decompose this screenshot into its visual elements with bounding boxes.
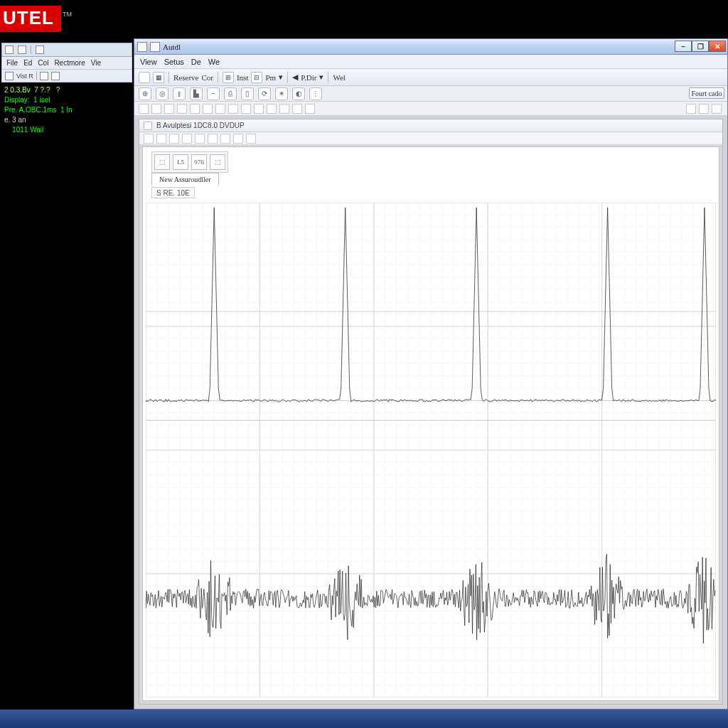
tool-icon[interactable]	[241, 104, 251, 114]
tool-icon[interactable]	[164, 104, 174, 114]
scope-tab[interactable]: New Assuroudller	[151, 173, 219, 186]
tool-icon[interactable]	[51, 72, 60, 80]
menu-item[interactable]: Ed	[23, 59, 32, 67]
menu-item[interactable]: Col	[38, 59, 48, 67]
tool-icon[interactable]	[156, 134, 166, 144]
toolbar-icon[interactable]: ⊕	[139, 87, 151, 100]
print-icon[interactable]: ⎙	[224, 87, 237, 100]
toolbar-icons: ⊕ ◎ ⫿ ▙ − ⎙ ▯ ⟳ ✶ ◐ ⋮ Fourt cado	[134, 86, 727, 102]
tool-icon[interactable]	[139, 72, 150, 83]
refresh-icon[interactable]: ⟳	[258, 87, 271, 100]
tool-icon[interactable]	[18, 46, 26, 54]
tool-icon[interactable]	[177, 104, 187, 114]
menu-item[interactable]: Setus	[164, 58, 184, 66]
toolbar-label[interactable]: P.Dir	[301, 73, 316, 82]
menu-item[interactable]: Rectmore	[54, 59, 85, 67]
page-icon[interactable]: ▯	[241, 87, 254, 100]
tool-icon[interactable]	[233, 134, 243, 144]
brand-text: UTEL	[0, 6, 61, 32]
tool-icon[interactable]	[5, 72, 14, 80]
readout-box[interactable]: ⬚	[210, 154, 225, 170]
toolbar-icon[interactable]: ✶	[275, 87, 288, 100]
scope-readout: S RE. 10E	[151, 187, 195, 198]
toolbar-small	[134, 102, 727, 116]
tool-icon[interactable]	[686, 104, 696, 114]
tool-icon[interactable]	[246, 134, 256, 144]
menu-item[interactable]: Vie	[91, 59, 101, 67]
close-button[interactable]: ✕	[709, 41, 726, 52]
toolbar-label[interactable]: Inst	[237, 73, 249, 82]
toolbar-label[interactable]: Reserve	[173, 73, 198, 82]
tool-icon[interactable]	[220, 134, 230, 144]
tool-icon[interactable]	[267, 104, 277, 114]
maximize-button[interactable]: ❐	[692, 41, 709, 52]
tool-icon[interactable]	[36, 46, 44, 54]
menu-item[interactable]: De	[191, 58, 201, 66]
tool-icon[interactable]: ⊟	[251, 72, 262, 83]
tool-icon[interactable]	[169, 134, 179, 144]
menu-item[interactable]: File	[6, 59, 18, 67]
tool-icon[interactable]	[40, 72, 48, 80]
toolbar-icon[interactable]: ◎	[156, 87, 168, 100]
readout-box[interactable]: ⬚	[154, 154, 170, 170]
tool-icon[interactable]	[139, 104, 149, 114]
tool-icon[interactable]	[5, 46, 14, 54]
toolbar-label: Vist R	[16, 73, 33, 80]
readout-value: S RE. 10E	[156, 189, 190, 197]
toolbar-main: ▦ Reserve Cor ⊞ Inst ⊟ Pm ▾ ◀ P.Dir ▾ We…	[134, 69, 727, 86]
toolbar-icon[interactable]: −	[207, 87, 220, 100]
tool-icon[interactable]	[228, 104, 238, 114]
oscilloscope-plot[interactable]	[146, 203, 716, 697]
titlebar[interactable]: Autdl – ❐ ✕	[134, 39, 727, 55]
tool-icon[interactable]	[305, 104, 315, 114]
app-icon[interactable]	[137, 42, 147, 52]
toolbar-label[interactable]: Pm	[265, 73, 276, 82]
tool-icon[interactable]	[254, 104, 264, 114]
ruler-icon[interactable]: ⫿	[173, 87, 186, 100]
console-line: 2 0.3.Bv 7 ?.? ?	[4, 85, 129, 95]
options-button[interactable]: Fourt cado	[689, 87, 724, 99]
tool-icon[interactable]	[182, 134, 192, 144]
tool-icon[interactable]: ⊞	[223, 72, 234, 83]
tool-icon[interactable]	[151, 104, 161, 114]
main-window: Autdl – ❐ ✕ View Setus De We ▦ Reserve C…	[134, 38, 728, 710]
toolbar-icon[interactable]: ◐	[292, 87, 305, 100]
tool-icon[interactable]	[195, 134, 205, 144]
brand-tm: TM	[63, 11, 72, 18]
scope-tabs: New Assuroudller	[151, 173, 219, 186]
menu-item[interactable]: View	[140, 58, 157, 66]
menu-item[interactable]: We	[208, 58, 220, 66]
separator	[287, 72, 288, 83]
tool-icon[interactable]	[190, 104, 200, 114]
tool-icon[interactable]	[699, 104, 709, 114]
doc-icon[interactable]	[144, 122, 152, 130]
taskbar[interactable]	[0, 710, 728, 728]
minimize-button[interactable]: –	[675, 41, 692, 52]
console-line: e. 3 an	[4, 115, 129, 125]
toolbar-label[interactable]: Wel	[333, 73, 345, 82]
doc-toolstrip	[139, 132, 722, 145]
readout-box[interactable]: 976	[191, 154, 207, 170]
tool-icon[interactable]	[203, 104, 213, 114]
toolbar-label[interactable]: Cor	[201, 73, 213, 82]
tool-icon[interactable]	[292, 104, 302, 114]
tool-icon[interactable]	[208, 134, 218, 144]
separator	[31, 46, 31, 54]
tool-icon[interactable]	[144, 134, 154, 144]
separator	[328, 72, 328, 83]
toolbar-icon[interactable]: ⋮	[309, 87, 322, 100]
tool-icon[interactable]	[712, 104, 722, 114]
dropdown-arrow-icon[interactable]: ▾	[319, 73, 323, 82]
left-menu: File Ed Col Rectmore Vie	[1, 57, 132, 70]
tool-icon[interactable]: ▦	[153, 72, 164, 83]
readout-box[interactable]: L5	[173, 154, 188, 170]
app-icon[interactable]	[150, 42, 160, 52]
dropdown-arrow-icon[interactable]: ▾	[279, 73, 283, 82]
tool-icon[interactable]	[215, 104, 225, 114]
scope-readout-boxes: ⬚ L5 976 ⬚	[151, 151, 228, 173]
tool-icon[interactable]	[279, 104, 289, 114]
separator	[36, 72, 37, 80]
toolbar-label[interactable]: ◀	[292, 73, 298, 82]
console-line: 1011 Wail	[4, 125, 129, 135]
chart-icon[interactable]: ▙	[190, 87, 203, 100]
